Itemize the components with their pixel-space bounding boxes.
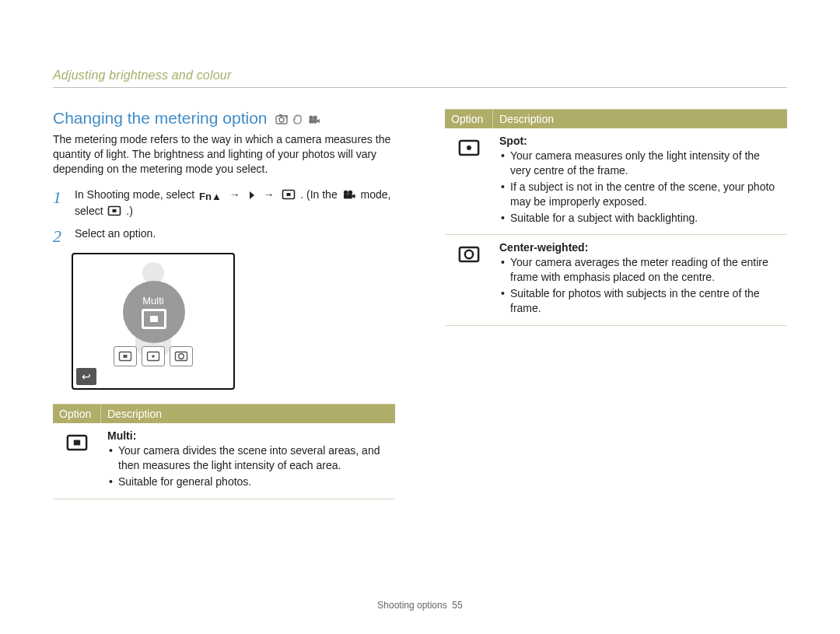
svg-point-4 [309,115,313,119]
svg-rect-18 [124,355,128,358]
table-row: Center-weighted Your camera averages the… [445,235,787,326]
table-header-option: Option [445,110,493,128]
svg-point-22 [179,354,184,359]
option-title: Spot [499,135,781,147]
option-bullet: Your camera averages the meter reading o… [499,255,781,285]
step-number: 2 [53,226,67,245]
intro-text: The metering mode refers to the way in w… [53,132,395,177]
table-row: Multi Your camera divides the scene into… [53,423,395,499]
svg-rect-24 [74,440,80,446]
camera-p-icon: P [275,113,288,124]
lcd-illustration: Multi ↩ [72,253,235,390]
option-bullet: Suitable for a subject with backlighting… [499,211,781,226]
back-icon: ↩ [76,368,96,385]
video-icon [308,113,320,124]
table-header: Option Description [445,110,787,128]
section-heading-text: Changing the metering option [53,109,268,128]
options-table-right: Option Description Spot Your camera meas… [445,109,787,326]
metering-center-icon [445,235,493,325]
footer-page: 55 [452,600,462,611]
lcd-option-center [170,346,193,366]
step-number: 1 [53,187,67,219]
step-text: Select an option. [75,226,156,245]
svg-text:P: P [285,114,288,119]
svg-rect-6 [309,119,317,123]
lcd-selected-option [123,281,185,343]
arrow-icon: → [226,188,243,201]
option-bullet: Your camera divides the scene into sever… [107,443,389,473]
table-header-option: Option [53,405,101,423]
breadcrumb: Adjusting brightness and colour [53,68,787,88]
svg-rect-13 [113,209,117,212]
table-row: Spot Your camera measures only the light… [445,128,787,235]
hand-icon [292,113,303,124]
footer-section: Shooting options [377,600,446,611]
svg-point-5 [313,115,317,119]
metering-spot-icon [445,128,493,234]
step-text: .) [126,205,133,217]
svg-point-10 [348,190,352,194]
svg-point-1 [279,117,284,122]
metering-multi-icon [142,309,166,329]
svg-point-20 [152,356,155,359]
option-bullet: Suitable for general photos. [107,475,389,489]
step-text: . (In the [300,188,340,201]
lcd-label: Multi [73,295,233,306]
metering-multi-icon [53,423,101,499]
svg-point-28 [465,250,473,258]
lcd-option-spot [142,346,165,366]
svg-point-26 [467,145,471,150]
options-table-left: Option Description Multi Your camera div… [53,404,395,499]
option-bullet: Suitable for photos with subjects in the… [499,286,781,316]
lcd-option-multi [114,346,137,366]
option-bullet: If a subject is not in the centre of the… [499,180,781,209]
step-2: 2 Select an option. [53,226,395,245]
metering-multi-icon [107,205,121,216]
chevron-right-icon [248,191,256,200]
table-header-description: Description [493,110,787,128]
table-header-description: Description [101,405,395,423]
svg-point-9 [343,190,348,194]
heading-mode-icons: P [275,113,320,124]
option-title: Multi [107,429,389,442]
step-1: 1 In Shooting mode, select Fn▲ → → . (In… [53,187,395,219]
page-footer: Shooting options 55 [0,600,840,611]
steps-list: 1 In Shooting mode, select Fn▲ → → . (In… [53,187,395,246]
metering-multi-icon [282,189,296,200]
fn-up-icon: Fn▲ [199,190,222,204]
section-heading: Changing the metering option P [53,109,395,128]
svg-rect-2 [279,114,282,117]
table-header: Option Description [53,405,395,423]
step-text: In Shooting mode, select [75,188,198,201]
option-bullet: Your camera measures only the light inte… [499,149,781,178]
option-title: Center-weighted [499,241,781,254]
svg-rect-11 [344,194,352,198]
arrow-icon: → [260,188,277,201]
video-icon [342,190,356,200]
svg-rect-8 [287,193,291,196]
